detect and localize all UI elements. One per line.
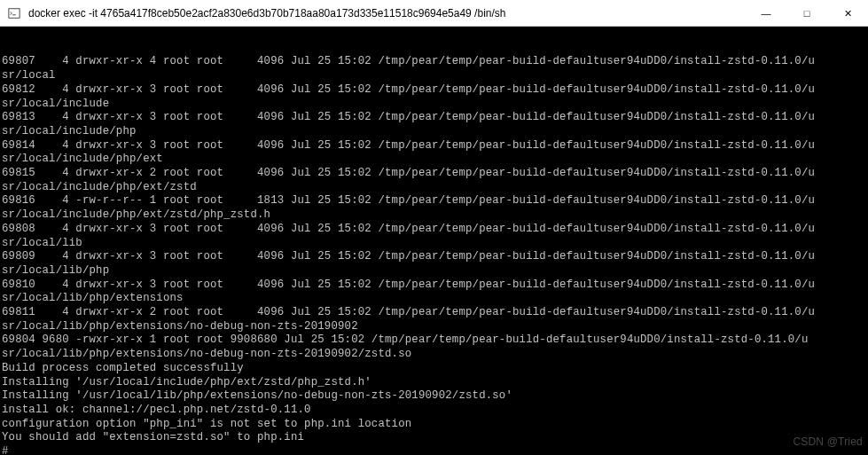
- terminal-line: 69812 4 drwxr-xr-x 3 root root 4096 Jul …: [2, 83, 866, 98]
- minimize-button[interactable]: —: [746, 0, 786, 27]
- terminal-line: # _: [2, 445, 866, 455]
- terminal-line: sr/local/include/php/ext: [2, 153, 866, 167]
- terminal-line: You should add "extension=zstd.so" to ph…: [2, 431, 866, 445]
- maximize-button[interactable]: □: [786, 0, 827, 27]
- terminal-line: sr/local/lib: [2, 237, 866, 251]
- terminal-line: sr/local: [2, 69, 866, 83]
- terminal-line: 69816 4 -rw-r--r-- 1 root root 1813 Jul …: [2, 194, 866, 208]
- terminal-line: configuration option "php_ini" is not se…: [2, 418, 866, 432]
- terminal-line: sr/local/lib/php/extensions/no-debug-non…: [2, 320, 866, 334]
- terminal-output[interactable]: 69807 4 drwxr-xr-x 4 root root 4096 Jul …: [0, 27, 868, 455]
- terminal-line: 69804 9680 -rwxr-xr-x 1 root root 990868…: [2, 333, 866, 348]
- terminal-line: 69810 4 drwxr-xr-x 3 root root 4096 Jul …: [2, 278, 866, 293]
- terminal-line: Installing '/usr/local/include/php/ext/z…: [2, 376, 866, 390]
- window-controls: — □ ✕: [746, 0, 868, 26]
- terminal-line: 69809 4 drwxr-xr-x 3 root root 4096 Jul …: [2, 250, 866, 264]
- terminal-line: sr/local/lib/php: [2, 264, 866, 278]
- terminal-line: sr/local/include: [2, 98, 866, 112]
- terminal-line: install ok: channel://pecl.php.net/zstd-…: [2, 404, 866, 418]
- terminal-line: 69807 4 drwxr-xr-x 4 root root 4096 Jul …: [2, 55, 866, 69]
- terminal-icon: [7, 6, 21, 20]
- terminal-line: sr/local/include/php/ext/zstd: [2, 181, 866, 195]
- terminal-line: sr/local/include/php/ext/zstd/php_zstd.h: [2, 208, 866, 223]
- terminal-line: 69813 4 drwxr-xr-x 3 root root 4096 Jul …: [2, 111, 866, 125]
- window-title: docker exec -it 4765a417f8ceb50e2acf2a83…: [28, 7, 746, 20]
- terminal-line: Build process completed successfully: [2, 362, 866, 376]
- terminal-line: 69815 4 drwxr-xr-x 2 root root 4096 Jul …: [2, 167, 866, 181]
- terminal-line: 69808 4 drwxr-xr-x 3 root root 4096 Jul …: [2, 223, 866, 237]
- terminal-line: sr/local/lib/php/extensions: [2, 292, 866, 306]
- terminal-line: 69814 4 drwxr-xr-x 3 root root 4096 Jul …: [2, 139, 866, 153]
- terminal-line: sr/local/lib/php/extensions/no-debug-non…: [2, 348, 866, 362]
- terminal-line: sr/local/include/php: [2, 125, 866, 139]
- terminal-lines: 69807 4 drwxr-xr-x 4 root root 4096 Jul …: [2, 55, 866, 455]
- svg-rect-0: [9, 8, 20, 18]
- terminal-line: Installing '/usr/local/lib/php/extension…: [2, 389, 866, 404]
- terminal-line: 69811 4 drwxr-xr-x 2 root root 4096 Jul …: [2, 306, 866, 320]
- window-titlebar: docker exec -it 4765a417f8ceb50e2acf2a83…: [0, 0, 868, 27]
- close-button[interactable]: ✕: [827, 0, 868, 27]
